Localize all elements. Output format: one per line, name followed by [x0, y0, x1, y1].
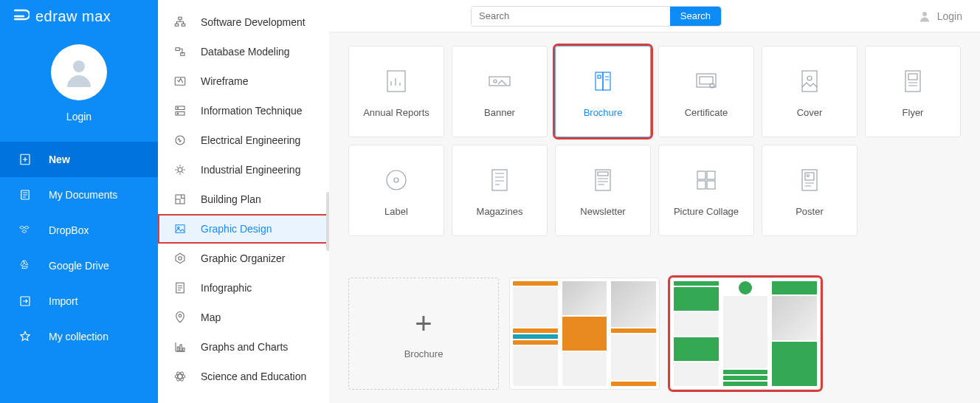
svg-point-14	[176, 136, 184, 145]
sidebar-item-label: Google Drive	[49, 260, 109, 272]
tile-label: Banner	[484, 107, 515, 118]
template-brochure-orange[interactable]	[509, 278, 660, 390]
tile-newsletter[interactable]: Newsletter	[555, 145, 651, 236]
tile-label: Picture Collage	[674, 206, 739, 217]
sidebar-item-mycollection[interactable]: My collection	[0, 319, 158, 354]
search-input[interactable]	[472, 7, 670, 26]
sidebar-item-import[interactable]: Import	[0, 283, 158, 319]
sidebar-item-new[interactable]: New	[0, 142, 158, 177]
svg-rect-49	[707, 171, 715, 179]
sidebar-login-label: Login	[66, 111, 92, 123]
tile-certificate[interactable]: Certificate	[658, 46, 754, 137]
database-icon	[173, 44, 187, 59]
tile-annual-reports[interactable]: Annual Reports	[348, 46, 444, 137]
user-avatar-section[interactable]: Login	[0, 32, 158, 128]
category-building-plan[interactable]: Building Plan	[158, 185, 329, 214]
import-icon	[18, 294, 32, 309]
gear-icon	[173, 162, 187, 177]
sidebar-item-label: My Documents	[49, 189, 117, 201]
category-label: Graphic Organizer	[201, 252, 285, 264]
category-industrial-engineering[interactable]: Industrial Engineering	[158, 155, 329, 185]
plus-file-icon	[18, 152, 32, 167]
tile-label: Newsletter	[580, 206, 625, 217]
tile-poster[interactable]: Poster	[762, 145, 858, 236]
svg-rect-30	[387, 71, 405, 92]
barchart-icon	[173, 340, 187, 354]
sidebar-item-googledrive[interactable]: Google Drive	[0, 248, 158, 283]
category-label: Building Plan	[201, 193, 261, 205]
category-label: Electrical Engineering	[201, 134, 300, 146]
template-thumbnail	[510, 278, 659, 389]
side-nav: New My Documents DropBox Google Drive Im…	[0, 142, 158, 354]
user-icon	[918, 10, 931, 23]
magazine-icon	[484, 165, 515, 196]
svg-point-15	[178, 168, 182, 172]
template-brochure-green[interactable]	[670, 278, 821, 390]
category-wireframe[interactable]: Wireframe	[158, 66, 329, 96]
svg-point-43	[387, 170, 406, 190]
svg-rect-45	[492, 170, 507, 190]
blank-template-label: Brochure	[404, 348, 444, 359]
category-graphic-organizer[interactable]: Graphic Organizer	[158, 244, 329, 273]
tile-label: Magazines	[477, 206, 523, 217]
category-label: Industrial Engineering	[201, 164, 300, 176]
atom-icon	[173, 369, 187, 384]
svg-point-0	[73, 61, 85, 72]
app-logo: edraw max	[0, 0, 158, 32]
category-label: Graphs and Charts	[201, 341, 288, 353]
image-icon	[173, 221, 187, 236]
category-label: Graphic Design	[201, 223, 272, 235]
tile-grid: Annual Reports Banner Brochure Certifica…	[348, 46, 961, 236]
category-electrical-engineering[interactable]: Electrical Engineering	[158, 125, 329, 155]
svg-point-44	[394, 178, 398, 182]
svg-rect-17	[176, 225, 184, 233]
category-graphic-design[interactable]: Graphic Design	[158, 214, 329, 244]
svg-rect-25	[183, 348, 184, 352]
svg-point-12	[177, 108, 179, 109]
sidebar-item-label: My collection	[49, 331, 108, 342]
disc-icon	[381, 165, 412, 196]
top-login-link[interactable]: Login	[918, 10, 962, 23]
edraw-logo-icon	[12, 7, 30, 25]
new-blank-template[interactable]: + Brochure	[348, 278, 499, 390]
tile-label: Annual Reports	[363, 107, 429, 118]
svg-point-20	[179, 257, 182, 261]
tile-label: Poster	[796, 206, 824, 217]
top-login-label: Login	[937, 10, 962, 22]
category-infographic[interactable]: Infographic	[158, 273, 329, 303]
map-pin-icon	[173, 310, 187, 325]
tile-magazines[interactable]: Magazines	[452, 145, 548, 236]
category-software-development[interactable]: Software Development	[158, 7, 329, 37]
tile-brochure[interactable]: Brochure	[555, 46, 651, 137]
banner-icon	[484, 66, 515, 97]
category-graphs-charts[interactable]: Graphs and Charts	[158, 332, 329, 362]
star-icon	[18, 329, 32, 344]
newsletter-icon	[587, 165, 618, 196]
tile-cover[interactable]: Cover	[762, 46, 858, 137]
circuit-icon	[173, 133, 187, 148]
main-area: Search Login Annual Reports Banner Broch…	[329, 0, 980, 403]
dropbox-icon	[18, 223, 32, 238]
sidebar-item-label: Import	[49, 295, 78, 307]
sidebar-item-mydocuments[interactable]: My Documents	[0, 177, 158, 213]
category-map[interactable]: Map	[158, 303, 329, 332]
svg-rect-23	[177, 347, 179, 351]
server-icon	[173, 103, 187, 118]
sidebar-item-dropbox[interactable]: DropBox	[0, 213, 158, 248]
brochure-icon	[587, 66, 618, 97]
category-database-modeling[interactable]: Database Modeling	[158, 37, 329, 66]
poster-icon	[794, 165, 825, 196]
tile-label: Certificate	[685, 107, 728, 118]
tile-label[interactable]: Label	[348, 145, 444, 236]
svg-point-54	[807, 174, 810, 176]
svg-rect-53	[805, 173, 814, 180]
tile-label: Cover	[797, 107, 823, 118]
tile-banner[interactable]: Banner	[452, 46, 548, 137]
search-button[interactable]: Search	[670, 7, 721, 26]
tile-picture-collage[interactable]: Picture Collage	[658, 145, 754, 236]
tile-flyer[interactable]: Flyer	[865, 46, 961, 137]
category-science-education[interactable]: Science and Education	[158, 362, 329, 391]
svg-rect-9	[175, 78, 185, 86]
category-information-technique[interactable]: Information Technique	[158, 96, 329, 125]
template-row: + Brochure	[348, 278, 961, 390]
